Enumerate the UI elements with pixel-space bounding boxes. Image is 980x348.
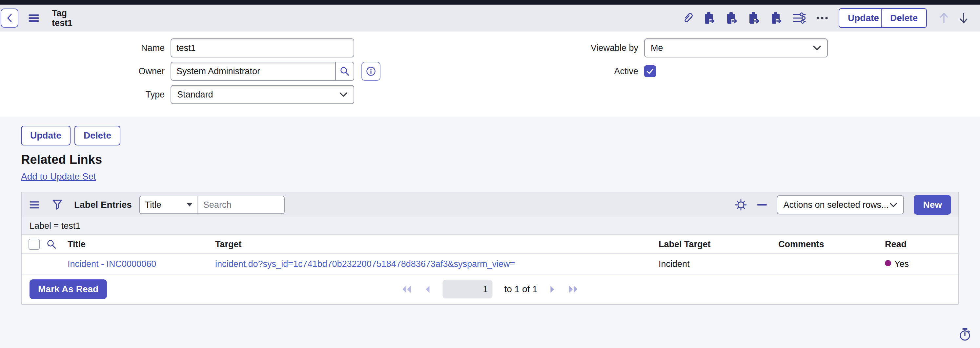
search-icon	[340, 66, 350, 76]
owner-input[interactable]	[170, 62, 335, 81]
triangle-down-icon	[187, 203, 192, 206]
list-breadcrumb: Label = test1	[22, 217, 958, 235]
delete-button[interactable]: Delete	[75, 126, 120, 145]
row-read: Yes	[885, 259, 958, 269]
active-checkbox[interactable]	[644, 65, 656, 77]
owner-lookup-button[interactable]	[335, 62, 354, 81]
form-left-column: Name Owner	[0, 38, 490, 108]
back-button[interactable]	[1, 8, 18, 27]
first-page-icon[interactable]	[401, 285, 412, 294]
update-button[interactable]: Update	[21, 126, 70, 145]
top-dark-bar	[0, 0, 980, 5]
minimize-list-icon[interactable]	[757, 204, 767, 206]
filter-icon[interactable]	[52, 200, 62, 210]
tag-form: Name Owner	[0, 32, 980, 117]
breadcrumb-text[interactable]: Label = test1	[30, 221, 80, 231]
row-label-target: Incident	[659, 259, 778, 269]
search-field-select[interactable]: Title	[140, 196, 198, 213]
header-delete-button[interactable]: Delete	[881, 8, 927, 28]
personalize-form-icon[interactable]	[793, 13, 806, 24]
type-select[interactable]: Standard	[170, 85, 354, 104]
row-target-link[interactable]: incident.do?sys_id=1c741bd70b23220075184…	[215, 259, 515, 269]
owner-preview-button[interactable]	[361, 62, 380, 81]
mark-as-read-button[interactable]: Mark As Read	[30, 279, 107, 299]
new-button[interactable]: New	[914, 195, 951, 215]
chevron-down-icon	[813, 45, 821, 51]
select-all-checkbox[interactable]	[29, 239, 40, 250]
form-right-column: Viewable by Me Active	[490, 38, 980, 108]
column-header-title[interactable]: Title	[68, 239, 215, 249]
add-to-update-set-link[interactable]: Add to Update Set	[21, 171, 96, 182]
last-page-icon[interactable]	[568, 285, 579, 294]
chevron-down-icon	[339, 92, 348, 97]
context-menu-icon[interactable]	[28, 14, 39, 22]
viewable-by-select-value: Me	[651, 43, 663, 53]
list-header: Label Entries Title	[22, 192, 958, 217]
page-title: Tag test1	[52, 8, 73, 28]
name-label: Name	[0, 43, 170, 53]
more-options-icon[interactable]	[816, 16, 828, 20]
column-header-target[interactable]: Target	[215, 239, 659, 249]
list-search-input[interactable]	[198, 196, 284, 213]
related-links-heading: Related Links	[21, 153, 980, 167]
export-record-icon[interactable]	[770, 11, 782, 25]
viewable-by-select[interactable]: Me	[644, 38, 828, 57]
list-search-combo: Title	[139, 196, 285, 214]
column-search-icon[interactable]	[46, 239, 56, 249]
previous-page-icon[interactable]	[424, 285, 431, 294]
active-label: Active	[490, 66, 644, 77]
column-header-label-target[interactable]: Label Target	[659, 239, 778, 249]
search-field-value: Title	[145, 200, 161, 210]
scroll-down-icon[interactable]	[959, 12, 968, 24]
name-input[interactable]	[170, 38, 354, 57]
record-type: Tag	[52, 8, 73, 18]
type-label: Type	[0, 89, 170, 100]
pagination: to 1 of 1	[401, 280, 579, 299]
record-name: test1	[52, 18, 73, 28]
actions-select-value: Actions on selected rows...	[783, 200, 888, 210]
actions-on-rows-select[interactable]: Actions on selected rows...	[776, 195, 904, 214]
list-context-menu-icon[interactable]	[30, 201, 39, 209]
copy-sys-id-icon[interactable]	[726, 11, 738, 25]
next-page-icon[interactable]	[549, 285, 556, 294]
info-icon	[366, 66, 376, 77]
pagination-range-text: to 1 of 1	[504, 284, 537, 294]
copy-url-icon[interactable]	[748, 11, 760, 25]
column-header-read[interactable]: Read	[885, 239, 958, 249]
label-entries-list: Label Entries Title	[21, 192, 959, 305]
response-time-indicator[interactable]	[958, 327, 972, 343]
attachment-icon[interactable]	[682, 12, 693, 24]
list-footer: Mark As Read to 1 of 1	[22, 275, 958, 304]
viewable-by-label: Viewable by	[490, 43, 644, 53]
check-icon	[646, 68, 654, 75]
row-title-link[interactable]: Incident - INC0000060	[68, 259, 156, 269]
scroll-up-icon[interactable]	[939, 12, 948, 24]
chevron-left-icon	[5, 13, 14, 23]
stopwatch-icon	[958, 327, 972, 342]
record-header: Tag test1	[0, 5, 980, 32]
read-status-text: Yes	[894, 259, 909, 269]
chevron-down-icon	[889, 203, 897, 208]
gear-icon[interactable]	[735, 199, 747, 211]
list-title: Label Entries	[74, 200, 132, 210]
page-number-input[interactable]	[442, 280, 492, 299]
list-column-headers: Title Target Label Target Comments Read	[22, 235, 958, 254]
column-header-comments[interactable]: Comments	[778, 239, 885, 249]
read-status-dot	[885, 260, 891, 266]
form-lower-section: Update Delete Related Links Add to Updat…	[0, 117, 980, 182]
table-row: Incident - INC0000060 incident.do?sys_id…	[22, 254, 958, 275]
type-select-value: Standard	[177, 89, 213, 100]
copy-record-icon[interactable]	[703, 11, 715, 25]
owner-label: Owner	[0, 66, 170, 77]
